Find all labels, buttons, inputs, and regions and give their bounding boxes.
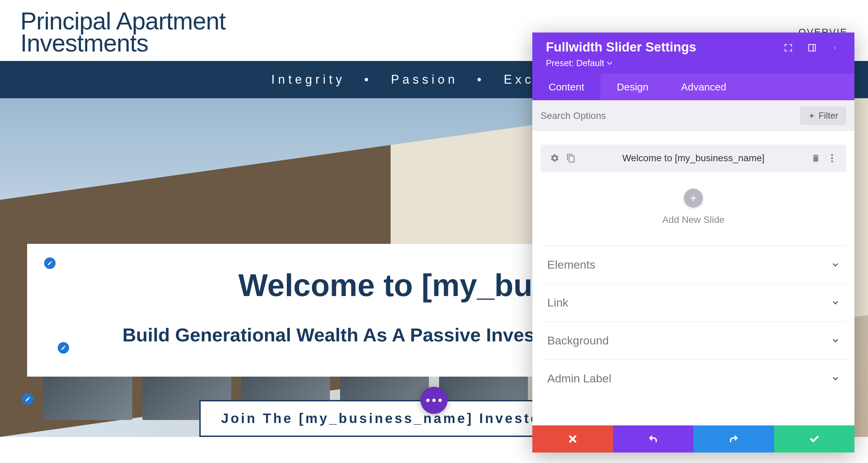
option-group-background[interactable]: Background bbox=[540, 321, 846, 359]
slide-item-label: Welcome to [my_business_name] bbox=[576, 153, 811, 164]
logo-line-1: Principal Apartment bbox=[20, 10, 225, 32]
chevron-down-icon bbox=[831, 375, 840, 383]
expand-icon[interactable] bbox=[783, 43, 793, 53]
tagline-word-2: Passion bbox=[391, 72, 458, 86]
svg-point-5 bbox=[831, 154, 833, 156]
option-group-title: Background bbox=[547, 334, 609, 347]
preset-dropdown[interactable]: Preset: Default bbox=[546, 58, 841, 68]
edit-title-icon[interactable] bbox=[44, 257, 56, 269]
filter-button[interactable]: Filter bbox=[800, 106, 846, 125]
option-group-admin-label[interactable]: Admin Label bbox=[540, 359, 846, 397]
redo-icon bbox=[728, 434, 739, 444]
add-slide-section: Add New Slide bbox=[540, 189, 846, 225]
page-actions-fab[interactable] bbox=[420, 387, 448, 414]
plus-icon bbox=[808, 112, 815, 119]
more-options-icon[interactable] bbox=[831, 43, 841, 53]
add-slide-label: Add New Slide bbox=[540, 214, 846, 225]
slide-item-actions-right bbox=[811, 153, 837, 163]
bullet-separator: • bbox=[477, 72, 485, 86]
tab-content[interactable]: Content bbox=[532, 74, 600, 100]
bullet-separator: • bbox=[364, 72, 372, 86]
redo-button[interactable] bbox=[693, 425, 774, 453]
undo-icon bbox=[648, 434, 658, 444]
cancel-button[interactable] bbox=[532, 425, 613, 453]
preset-label: Preset: Default bbox=[546, 58, 604, 68]
edit-subtitle-icon[interactable] bbox=[58, 342, 69, 354]
svg-point-7 bbox=[831, 160, 833, 162]
chevron-down-icon bbox=[831, 261, 840, 269]
panel-header: Fullwidth Slider Settings Preset: Defaul… bbox=[532, 33, 854, 74]
filter-label: Filter bbox=[818, 110, 838, 121]
undo-button[interactable] bbox=[613, 425, 694, 453]
svg-point-6 bbox=[831, 157, 833, 159]
svg-point-2 bbox=[834, 46, 835, 47]
panel-search-bar: Filter bbox=[532, 100, 854, 131]
logo-line-2: Investments bbox=[20, 32, 225, 54]
tab-design[interactable]: Design bbox=[600, 74, 665, 100]
check-icon bbox=[809, 434, 820, 444]
panel-footer bbox=[532, 425, 854, 453]
tab-advanced[interactable]: Advanced bbox=[665, 74, 742, 100]
chevron-down-icon bbox=[831, 337, 840, 345]
trash-icon[interactable] bbox=[811, 153, 821, 163]
option-group-title: Admin Label bbox=[547, 372, 611, 385]
more-vertical-icon[interactable] bbox=[827, 153, 837, 163]
gear-icon[interactable] bbox=[550, 153, 559, 163]
settings-panel: Fullwidth Slider Settings Preset: Defaul… bbox=[532, 33, 854, 453]
chevron-down-icon bbox=[831, 299, 840, 307]
tagline-word-1: Integrity bbox=[271, 72, 345, 86]
panel-header-actions bbox=[783, 43, 841, 53]
caret-down-icon bbox=[607, 62, 612, 65]
slide-item[interactable]: Welcome to [my_business_name] bbox=[540, 145, 846, 172]
panel-tabs: Content Design Advanced bbox=[532, 74, 854, 100]
duplicate-icon[interactable] bbox=[566, 153, 576, 163]
option-group-link[interactable]: Link bbox=[540, 283, 846, 321]
search-input[interactable] bbox=[540, 110, 795, 121]
edit-cta-icon[interactable] bbox=[22, 393, 34, 405]
svg-point-3 bbox=[834, 47, 835, 48]
close-icon bbox=[567, 434, 578, 444]
svg-point-4 bbox=[834, 48, 835, 49]
site-logo[interactable]: Principal Apartment Investments bbox=[20, 10, 225, 54]
plus-icon bbox=[689, 194, 697, 202]
svg-rect-0 bbox=[809, 44, 815, 51]
option-group-title: Link bbox=[547, 296, 568, 309]
option-group-elements[interactable]: Elements bbox=[540, 246, 846, 283]
option-group-title: Elements bbox=[547, 258, 595, 271]
slide-item-actions-left bbox=[550, 153, 576, 163]
add-slide-button[interactable] bbox=[684, 189, 703, 208]
panel-body: Welcome to [my_business_name] Add New Sl… bbox=[532, 131, 854, 425]
snap-icon[interactable] bbox=[807, 43, 817, 53]
save-button[interactable] bbox=[774, 425, 855, 453]
